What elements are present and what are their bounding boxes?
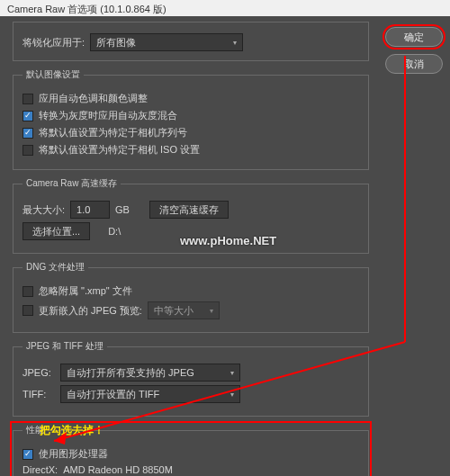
jpeg-tiff-section: JPEG 和 TIFF 处理 JPEG: 自动打开所有受支持的 JPEG ▾ T… [13, 340, 369, 417]
checkbox-auto-gray[interactable] [22, 111, 33, 121]
jpeg-handling-select[interactable]: 自动打开所有受支持的 JPEG ▾ [60, 364, 240, 382]
side-panel: 确定 取消 [378, 16, 450, 476]
opt-auto-gray-label: 转换为灰度时应用自动灰度混合 [39, 109, 177, 122]
directx-value: AMD Radeon HD 8850M [63, 464, 173, 475]
opt-auto-tone-label: 应用自动色调和颜色调整 [39, 92, 148, 105]
checkbox-camera-serial[interactable] [22, 128, 33, 139]
use-gpu-label: 使用图形处理器 [39, 447, 108, 461]
cache-legend: Camera Raw 高速缓存 [22, 177, 121, 190]
chevron-down-icon: ▾ [230, 391, 234, 399]
dng-section: DNG 文件处理 忽略附属 ".xmp" 文件 更新嵌入的 JPEG 预览: 中… [13, 261, 369, 333]
default-image-legend: 默认图像设置 [22, 68, 84, 81]
select-location-button[interactable]: 选择位置... [22, 222, 90, 240]
tiff-label: TIFF: [22, 389, 55, 400]
checkbox-auto-tone[interactable] [22, 94, 33, 104]
checkbox-camera-iso[interactable] [22, 145, 33, 156]
window-titlebar: Camera Raw 首选项 (10.1.0.864 版) [0, 0, 450, 16]
jpeg-tiff-legend: JPEG 和 TIFF 处理 [22, 340, 107, 353]
opt-camera-iso-label: 将默认值设置为特定于相机 ISO 设置 [39, 143, 200, 157]
directx-label: DirectX: [22, 464, 58, 475]
jpeg-label: JPEG: [22, 367, 55, 378]
default-image-section: 默认图像设置 应用自动色调和颜色调整 转换为灰度时应用自动灰度混合 将默认值设置… [13, 68, 369, 170]
cache-section: Camera Raw 高速缓存 最大大小: 1.0 GB 清空高速缓存 选择位置… [13, 177, 369, 254]
annotation-text: 把勾选去掉！ [40, 423, 104, 438]
update-jpeg-label: 更新嵌入的 JPEG 预览: [39, 304, 142, 318]
chevron-down-icon: ▾ [233, 39, 237, 47]
jpeg-preview-size-value: 中等大小 [154, 304, 194, 318]
jpeg-handling-value: 自动打开所有受支持的 JPEG [67, 366, 194, 380]
tiff-handling-value: 自动打开设置的 TIFF [67, 388, 159, 401]
tiff-handling-select[interactable]: 自动打开设置的 TIFF ▾ [60, 385, 240, 403]
chevron-down-icon: ▾ [230, 369, 234, 377]
cache-max-input[interactable]: 1.0 [70, 201, 110, 219]
cancel-button[interactable]: 取消 [385, 54, 443, 74]
cache-path: D:\ [108, 226, 121, 237]
checkbox-use-gpu[interactable] [22, 449, 33, 460]
sharpen-select-value: 所有图像 [96, 36, 136, 49]
chevron-down-icon: ▾ [210, 307, 213, 315]
sharpen-select[interactable]: 所有图像 ▾ [90, 33, 243, 51]
cache-max-label: 最大大小: [22, 203, 65, 217]
ignore-xmp-label: 忽略附属 ".xmp" 文件 [39, 284, 132, 298]
cache-max-unit: GB [115, 204, 130, 215]
content-area: 将锐化应用于: 所有图像 ▾ 默认图像设置 应用自动色调和颜色调整 转换为灰度时… [0, 16, 450, 476]
sharpen-label: 将锐化应用于: [22, 36, 85, 49]
clear-cache-button[interactable]: 清空高速缓存 [149, 201, 229, 219]
jpeg-preview-size-select[interactable]: 中等大小 ▾ [148, 301, 220, 319]
opt-camera-serial-label: 将默认值设置为特定于相机序列号 [39, 126, 187, 139]
checkbox-update-jpeg[interactable] [22, 305, 33, 316]
sharpen-section: 将锐化应用于: 所有图像 ▾ [13, 22, 369, 61]
main-panel: 将锐化应用于: 所有图像 ▾ 默认图像设置 应用自动色调和颜色调整 转换为灰度时… [0, 16, 378, 476]
ok-button[interactable]: 确定 [385, 27, 443, 47]
dng-legend: DNG 文件处理 [22, 261, 88, 274]
checkbox-ignore-xmp[interactable] [22, 286, 33, 297]
